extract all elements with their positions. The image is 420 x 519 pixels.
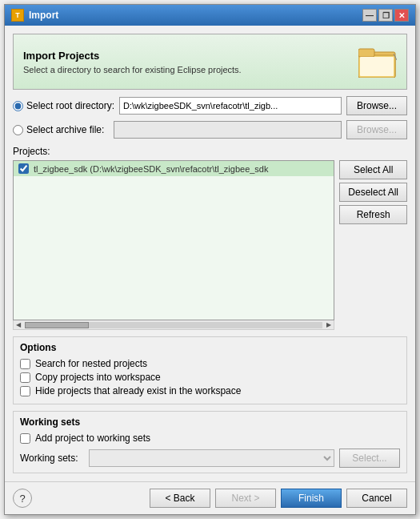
select-root-radio-label[interactable]: Select root directory: bbox=[13, 100, 114, 111]
working-sets-input-row: Working sets: Select... bbox=[20, 449, 400, 468]
header-text: Import Projects Select a directory to se… bbox=[23, 50, 358, 74]
projects-container: tl_zigbee_sdk (D:\wk\zigbeeSDK_svn\refac… bbox=[13, 160, 407, 330]
root-directory-row: Select root directory: Browse... bbox=[13, 96, 407, 115]
select-archive-radio-label[interactable]: Select archive file: bbox=[13, 124, 109, 135]
add-working-sets-checkbox[interactable] bbox=[20, 433, 30, 444]
root-directory-input[interactable] bbox=[119, 97, 342, 115]
add-working-sets-label: Add project to working sets bbox=[35, 432, 150, 444]
working-sets-input-label: Working sets: bbox=[20, 453, 84, 464]
scroll-thumb[interactable] bbox=[25, 322, 89, 328]
project-checkbox[interactable] bbox=[18, 163, 29, 174]
back-button[interactable]: < Back bbox=[150, 489, 210, 508]
select-archive-label: Select archive file: bbox=[26, 124, 104, 135]
hide-projects-label: Hide projects that already exist in the … bbox=[35, 385, 241, 396]
titlebar-icon: T bbox=[11, 9, 24, 22]
nested-projects-label: Search for nested projects bbox=[35, 358, 147, 369]
folder-icon bbox=[358, 42, 397, 81]
footer: ? < Back Next > Finish Cancel bbox=[5, 481, 415, 514]
projects-list[interactable]: tl_zigbee_sdk (D:\wk\zigbeeSDK_svn\refac… bbox=[13, 160, 334, 320]
form-section: Select root directory: Browse... Select … bbox=[13, 96, 407, 139]
finish-button[interactable]: Finish bbox=[281, 489, 342, 508]
working-sets-select[interactable] bbox=[89, 449, 334, 467]
titlebar-controls: — ❐ ✕ bbox=[362, 9, 409, 22]
help-button[interactable]: ? bbox=[13, 489, 32, 508]
select-root-label: Select root directory: bbox=[26, 100, 114, 111]
project-name: tl_zigbee_sdk (D:\wk\zigbeeSDK_svn\refac… bbox=[34, 164, 268, 174]
copy-projects-checkbox[interactable] bbox=[20, 372, 30, 383]
nested-projects-checkbox[interactable] bbox=[20, 359, 30, 369]
titlebar-title: Import bbox=[29, 10, 362, 21]
svg-rect-3 bbox=[360, 57, 394, 76]
header-panel: Import Projects Select a directory to se… bbox=[13, 34, 407, 90]
archive-file-input[interactable] bbox=[114, 121, 342, 139]
add-working-sets-row: Add project to working sets bbox=[20, 432, 400, 444]
option-nested-projects: Search for nested projects bbox=[20, 358, 400, 369]
option-copy-projects: Copy projects into workspace bbox=[20, 372, 400, 383]
help-icon: ? bbox=[19, 493, 25, 505]
titlebar-app-icon: T bbox=[15, 11, 20, 19]
browse-archive-button[interactable]: Browse... bbox=[346, 120, 407, 139]
archive-file-row: Select archive file: Browse... bbox=[13, 120, 407, 139]
copy-projects-label: Copy projects into workspace bbox=[35, 372, 161, 383]
hide-projects-checkbox[interactable] bbox=[20, 386, 30, 396]
projects-label: Projects: bbox=[13, 146, 407, 157]
scroll-track bbox=[25, 322, 322, 328]
select-root-radio[interactable] bbox=[13, 101, 23, 111]
browse-root-button[interactable]: Browse... bbox=[346, 96, 407, 115]
restore-button[interactable]: ❐ bbox=[378, 9, 393, 22]
horizontal-scrollbar[interactable]: ◀ ▶ bbox=[13, 320, 334, 330]
svg-rect-2 bbox=[358, 49, 374, 57]
footer-buttons: < Back Next > Finish Cancel bbox=[150, 489, 407, 508]
projects-buttons: Select All Deselect All Refresh bbox=[339, 160, 407, 330]
options-title: Options bbox=[20, 342, 400, 353]
deselect-all-button[interactable]: Deselect All bbox=[339, 183, 407, 202]
projects-section: Projects: tl_zigbee_sdk (D:\wk\zigbeeSDK… bbox=[13, 146, 407, 330]
options-section: Options Search for nested projects Copy … bbox=[13, 336, 407, 404]
close-button[interactable]: ✕ bbox=[394, 9, 409, 22]
header-title: Import Projects bbox=[23, 50, 358, 62]
working-sets-title: Working sets bbox=[20, 416, 400, 428]
scroll-left-icon[interactable]: ◀ bbox=[14, 320, 23, 330]
working-sets-section: Working sets Add project to working sets… bbox=[13, 411, 407, 473]
import-dialog: T Import — ❐ ✕ Import Projects Select a … bbox=[4, 4, 416, 515]
refresh-button[interactable]: Refresh bbox=[339, 205, 407, 224]
main-content: Import Projects Select a directory to se… bbox=[5, 26, 415, 481]
cancel-button[interactable]: Cancel bbox=[346, 489, 407, 508]
select-archive-radio[interactable] bbox=[13, 125, 23, 135]
next-button[interactable]: Next > bbox=[215, 489, 276, 508]
select-all-button[interactable]: Select All bbox=[339, 160, 407, 179]
titlebar: T Import — ❐ ✕ bbox=[5, 5, 415, 26]
header-subtitle: Select a directory to search for existin… bbox=[23, 65, 358, 74]
working-sets-select-button[interactable]: Select... bbox=[339, 449, 400, 468]
minimize-button[interactable]: — bbox=[362, 9, 377, 22]
project-item[interactable]: tl_zigbee_sdk (D:\wk\zigbeeSDK_svn\refac… bbox=[14, 161, 334, 176]
option-hide-projects: Hide projects that already exist in the … bbox=[20, 385, 400, 396]
scroll-right-icon[interactable]: ▶ bbox=[324, 320, 334, 330]
